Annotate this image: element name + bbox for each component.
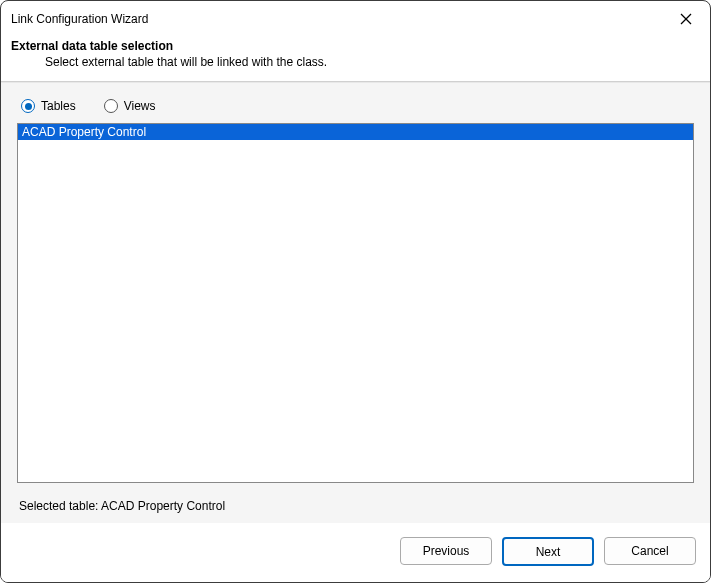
next-button-label: Next xyxy=(536,545,561,559)
page-heading: External data table selection xyxy=(11,39,700,53)
previous-button-label: Previous xyxy=(423,544,470,558)
wizard-window: Link Configuration Wizard External data … xyxy=(0,0,711,583)
cancel-button-label: Cancel xyxy=(631,544,668,558)
close-button[interactable] xyxy=(672,7,700,31)
selected-table-line: Selected table: ACAD Property Control xyxy=(17,493,694,513)
wizard-body: Tables Views ACAD Property Control Selec… xyxy=(1,82,710,523)
list-item[interactable]: ACAD Property Control xyxy=(18,124,693,140)
radio-views-circle xyxy=(104,99,118,113)
selected-table-prefix: Selected table: xyxy=(19,499,101,513)
close-icon xyxy=(680,13,692,25)
radio-views[interactable]: Views xyxy=(104,99,156,113)
radio-tables-label: Tables xyxy=(41,99,76,113)
titlebar: Link Configuration Wizard xyxy=(1,1,710,35)
radio-tables-circle xyxy=(21,99,35,113)
filter-radios: Tables Views xyxy=(21,99,694,113)
radio-tables[interactable]: Tables xyxy=(21,99,76,113)
page-subtext: Select external table that will be linke… xyxy=(11,55,700,69)
radio-views-label: Views xyxy=(124,99,156,113)
cancel-button[interactable]: Cancel xyxy=(604,537,696,565)
window-title: Link Configuration Wizard xyxy=(11,12,148,26)
selected-table-value: ACAD Property Control xyxy=(101,499,225,513)
wizard-footer: Previous Next Cancel xyxy=(1,523,710,582)
next-button[interactable]: Next xyxy=(502,537,594,566)
tables-listbox[interactable]: ACAD Property Control xyxy=(17,123,694,483)
previous-button[interactable]: Previous xyxy=(400,537,492,565)
wizard-header: External data table selection Select ext… xyxy=(1,35,710,81)
